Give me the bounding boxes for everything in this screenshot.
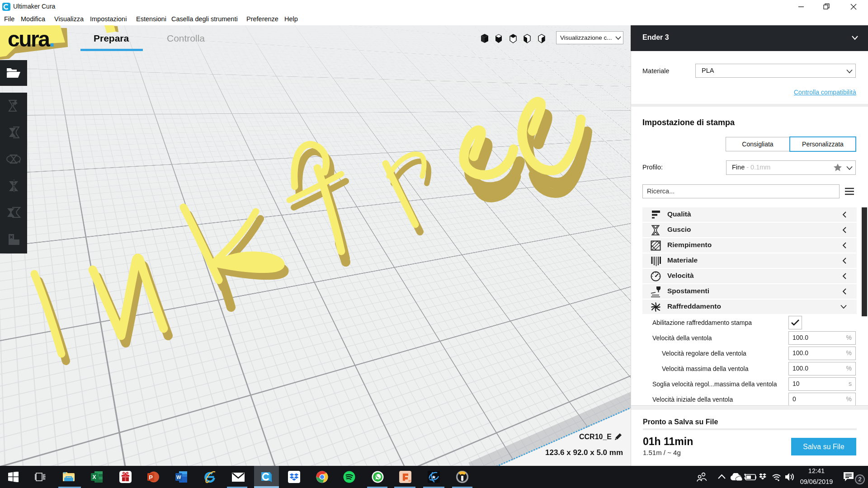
svg-text:P: P <box>149 474 153 481</box>
svg-text:W: W <box>176 474 181 480</box>
svg-text:360: 360 <box>408 479 411 482</box>
svg-text:X: X <box>92 474 96 480</box>
